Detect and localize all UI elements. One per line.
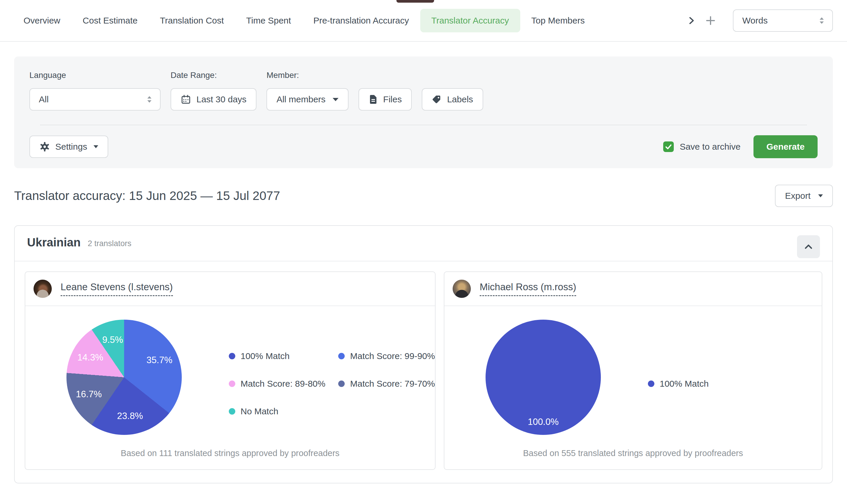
labels-filter: Labels — [422, 71, 483, 111]
legend-label: 100% Match — [660, 379, 709, 389]
translators-count: 2 translators — [88, 239, 131, 248]
caret-down-icon — [818, 194, 823, 197]
translator-card: Leane Stevens (l.stevens) 35.7%23.8%16.7… — [25, 271, 436, 470]
legend-item: 100% Match — [229, 351, 325, 361]
pie-legend: 100% MatchMatch Score: 99-90%Match Score… — [229, 351, 435, 416]
tag-icon — [432, 94, 442, 104]
legend-label: Match Score: 79-70% — [350, 379, 435, 389]
calendar-icon — [181, 94, 191, 105]
save-to-archive-label: Save to archive — [680, 142, 741, 152]
language-section-ukrainian: Ukrainian 2 translators Leane Stevens (l… — [14, 225, 833, 483]
legend-dot-icon — [229, 408, 235, 415]
plus-icon — [705, 15, 717, 26]
member-filter: Member: All members — [267, 71, 348, 111]
unit-select-value: Words — [742, 16, 768, 25]
settings-button[interactable]: Settings — [30, 136, 108, 158]
legend-label: 100% Match — [240, 351, 290, 361]
export-button-label: Export — [785, 191, 811, 201]
tab-pre-translation-accuracy[interactable]: Pre-translation Accuracy — [302, 9, 420, 32]
pie-slice-label: 35.7% — [146, 355, 172, 365]
date-range-value: Last 30 days — [196, 94, 247, 104]
caret-down-icon — [93, 145, 98, 148]
panel-actions-row: Settings Save to archive Generate — [30, 135, 817, 158]
gear-icon — [39, 141, 50, 152]
legend-item: Match Score: 99-90% — [338, 351, 435, 361]
add-report-button[interactable] — [701, 12, 721, 30]
legend-label: Match Score: 89-80% — [240, 379, 325, 389]
tabs-overflow-button[interactable] — [682, 13, 701, 29]
tab-tools: Words — [682, 10, 833, 32]
tab-top-members[interactable]: Top Members — [520, 9, 596, 32]
export-button[interactable]: Export — [775, 185, 833, 207]
tab-time-spent[interactable]: Time Spent — [235, 9, 302, 32]
chevron-up-icon — [803, 242, 814, 251]
labels-button[interactable]: Labels — [422, 88, 483, 111]
window-accent-bar — [396, 0, 434, 3]
save-to-archive-checkbox[interactable] — [663, 141, 674, 152]
legend-dot-icon — [648, 380, 654, 387]
date-range-filter: Date Range: Last 30 days — [170, 71, 256, 111]
unit-select[interactable]: Words — [733, 10, 833, 32]
legend-item: Match Score: 79-70% — [338, 379, 435, 389]
check-icon — [664, 143, 672, 151]
language-select-value: All — [39, 94, 49, 104]
language-section-header: Ukrainian 2 translators — [15, 226, 832, 262]
pie-slice-label: 23.8% — [117, 411, 143, 421]
legend-label: Match Score: 99-90% — [350, 351, 435, 361]
date-range-label: Date Range: — [170, 71, 256, 80]
report-header: Translator accuracy: 15 Jun 2025 — 15 Ju… — [14, 185, 833, 207]
tab-overview[interactable]: Overview — [12, 9, 71, 32]
translator-name-link[interactable]: Leane Stevens (l.stevens) — [60, 282, 173, 296]
avatar — [453, 280, 471, 298]
sort-carets-icon — [818, 16, 825, 25]
pie-slice-label: 9.5% — [102, 335, 123, 345]
language-section-body: Leane Stevens (l.stevens) 35.7%23.8%16.7… — [15, 262, 832, 483]
tab-translation-cost[interactable]: Translation Cost — [149, 9, 235, 32]
caret-down-icon — [332, 98, 339, 101]
page-title: Translator accuracy: 15 Jun 2025 — 15 Ju… — [14, 189, 280, 203]
legend-dot-icon — [338, 353, 345, 359]
sort-carets-icon — [146, 95, 153, 104]
collapse-section-button[interactable] — [797, 235, 820, 258]
legend-item: Match Score: 89-80% — [229, 379, 325, 389]
legend-dot-icon — [229, 353, 235, 359]
generate-button[interactable]: Generate — [754, 135, 817, 158]
pie-chart[interactable]: 35.7%23.8%16.7%14.3%9.5% — [67, 320, 182, 435]
legend-label: No Match — [240, 407, 278, 416]
legend-dot-icon — [229, 380, 235, 387]
chevron-right-icon — [686, 16, 697, 25]
report-tab-bar: OverviewCost EstimateTranslation CostTim… — [0, 0, 847, 42]
report-tabs: OverviewCost EstimateTranslation CostTim… — [12, 9, 596, 32]
panel-divider — [40, 125, 807, 125]
pie-slice-label: 16.7% — [76, 389, 102, 400]
translator-card-header: Leane Stevens (l.stevens) — [25, 272, 435, 306]
member-dropdown[interactable]: All members — [267, 88, 348, 111]
chart-footnote: Based on 555 translated strings approved… — [444, 448, 822, 469]
file-icon — [368, 94, 378, 104]
labels-button-label: Labels — [447, 94, 473, 104]
tab-translator-accuracy[interactable]: Translator Accuracy — [420, 9, 520, 32]
language-filter: Language All — [30, 71, 161, 111]
translator-name-link[interactable]: Michael Ross (m.ross) — [480, 282, 576, 296]
pie-chart[interactable]: 100.0% — [486, 320, 601, 435]
report-filter-panel: Language All Date Range: — [14, 56, 833, 168]
pie-slice-label: 14.3% — [77, 352, 103, 363]
avatar — [34, 280, 52, 298]
reports-page: OverviewCost EstimateTranslation CostTim… — [0, 0, 847, 504]
chart-row: 100.0% 100% Match — [486, 320, 822, 435]
chart-footnote: Based on 111 translated strings approved… — [25, 448, 435, 469]
files-filter: Files — [359, 71, 412, 111]
chart-row: 35.7%23.8%16.7%14.3%9.5% 100% MatchMatch… — [67, 320, 435, 435]
date-range-button[interactable]: Last 30 days — [170, 88, 256, 111]
files-button[interactable]: Files — [359, 88, 412, 111]
translator-card-header: Michael Ross (m.ross) — [444, 272, 822, 306]
member-label: Member: — [267, 71, 348, 80]
pie-legend: 100% Match — [648, 379, 722, 389]
legend-item: No Match — [229, 407, 325, 416]
legend-item: 100% Match — [648, 379, 709, 389]
settings-button-label: Settings — [55, 142, 87, 152]
language-label: Language — [30, 71, 161, 80]
files-button-label: Files — [383, 94, 402, 104]
tab-cost-estimate[interactable]: Cost Estimate — [71, 9, 149, 32]
language-select[interactable]: All — [30, 88, 161, 111]
